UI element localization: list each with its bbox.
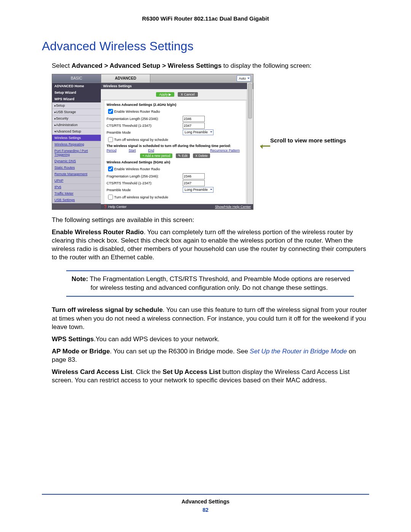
footer-section: Advanced Settings	[42, 498, 369, 505]
router-screenshot: BASIC ADVANCED Auto ADVANCED Home Setup …	[52, 74, 253, 210]
sidebar-usb[interactable]: USB Storage	[52, 109, 101, 115]
tab-advanced[interactable]: ADVANCED	[101, 74, 150, 83]
frag-24-input[interactable]	[183, 116, 205, 122]
sidebar-security[interactable]: Security	[52, 115, 101, 122]
note-text: The Fragmentation Length, CTS/RTS Thresh…	[88, 275, 350, 291]
sidebar-upnp[interactable]: UPnP	[52, 177, 101, 184]
cts-24-input[interactable]	[183, 123, 205, 129]
wps-text: .You can add WPS devices to your network…	[94, 335, 220, 343]
page-header: R6300 WiFi Router 802.11ac Dual Band Gig…	[42, 15, 369, 22]
heading-24ghz: Wireless Advanced Settings (2.4GHz b/g/n…	[107, 103, 244, 107]
acl-bold: Wireless Card Access List	[52, 368, 132, 375]
sched-header: Period Start End Recurrence Pattern	[107, 149, 244, 152]
sidebar-ddns[interactable]: Dynamic DNS	[52, 158, 101, 165]
page-footer: Advanced Settings 82	[42, 494, 369, 513]
sched-5-checkbox[interactable]	[108, 195, 113, 200]
acl-bold2: Set Up Access List	[162, 368, 220, 375]
cancel-button[interactable]: X Cancel	[178, 92, 198, 97]
help-footer: ❓ Help Center Show/Hide Help Center	[101, 204, 253, 209]
intro-suffix: to display the following screen:	[221, 62, 311, 69]
sidebar-setup-wizard[interactable]: Setup Wizard	[52, 89, 101, 96]
para-ap-mode: AP Mode or Bridge. You can set up the R6…	[52, 347, 369, 364]
intro-path: Advanced > Advanced Setup > Wireless Set…	[72, 62, 221, 69]
callout-arrow-icon	[260, 145, 270, 147]
heading-5ghz: Wireless Advanced Settings (5GHz a/n)	[107, 160, 244, 164]
show-hide-help-link[interactable]: Show/Hide Help Center	[215, 205, 251, 209]
page-title: Advanced Wireless Settings	[42, 39, 369, 53]
intro-line: Select Advanced > Advanced Setup > Wirel…	[52, 62, 369, 70]
sidebar-wps-wizard[interactable]: WPS Wizard	[52, 96, 101, 102]
sidebar-wireless-settings[interactable]: Wireless Settings	[52, 135, 101, 141]
sidebar-usb-settings[interactable]: USB Settings	[52, 197, 101, 203]
col-recurrence: Recurrence Pattern	[210, 149, 240, 152]
preamble-5-label: Preamble Mode	[107, 188, 183, 192]
sidebar-advanced-home[interactable]: ADVANCED Home	[52, 83, 101, 89]
preamble-5-dropdown[interactable]: Long Preamble	[183, 187, 213, 193]
schedule-bold: Turn off wireless signal by schedule	[52, 306, 163, 313]
add-period-button[interactable]: + Add a new period	[140, 153, 172, 158]
frag-24-label: Fragmentation Length (256-2346):	[107, 117, 183, 121]
main-panel: Wireless Settings Apply ▶ X Cancel Wirel…	[101, 83, 253, 209]
scrollbar[interactable]	[247, 83, 253, 204]
frag-5-label: Fragmentation Length (256-2346):	[107, 174, 183, 178]
sidebar-advanced-setup[interactable]: Advanced Setup	[52, 128, 101, 135]
para-access-list: Wireless Card Access List. Click the Set…	[52, 368, 369, 385]
cts-5-input[interactable]	[183, 180, 205, 186]
tab-bar: BASIC ADVANCED Auto	[52, 74, 253, 83]
intro-prefix: Select	[52, 62, 72, 69]
para-schedule: Turn off wireless signal by schedule. Yo…	[52, 306, 369, 331]
settings-intro: The following settings are available in …	[52, 216, 369, 224]
cts-24-label: CTS/RTS Threshold (1-2347):	[107, 124, 183, 128]
sidebar-remote-mgmt[interactable]: Remote Management	[52, 171, 101, 177]
preamble-24-label: Preamble Mode	[107, 131, 183, 134]
para-wps: WPS Settings.You can add WPS devices to …	[52, 335, 369, 343]
sidebar-traffic[interactable]: Traffic Meter	[52, 190, 101, 197]
bridge-mode-link[interactable]: Set Up the Router in Bridge Mode	[250, 348, 347, 355]
enable-radio-24-checkbox[interactable]	[108, 109, 113, 114]
sched-5-label: Turn off wireless signal by schedule	[114, 195, 168, 199]
frag-5-input[interactable]	[183, 173, 205, 179]
enable-radio-5-label: Enable Wireless Router Radio	[114, 167, 160, 171]
callout-text: Scroll to view more settings	[270, 137, 346, 144]
acl-mid: . Click the	[132, 368, 162, 375]
ap-bold: AP Mode or Bridge	[52, 348, 110, 355]
scrollbar-thumb[interactable]	[248, 83, 252, 118]
sched-24-checkbox[interactable]	[108, 137, 113, 142]
wps-bold: WPS Settings	[52, 335, 94, 343]
sidebar: ADVANCED Home Setup Wizard WPS Wizard Se…	[52, 83, 101, 209]
help-center-link[interactable]: ❓ Help Center	[103, 205, 127, 209]
col-period: Period	[107, 149, 116, 152]
enable-radio-bold: Enable Wireless Router Radio	[52, 228, 144, 236]
enable-radio-24-label: Enable Wireless Router Radio	[114, 110, 160, 113]
sched-msg: The wireless signal is scheduled to turn…	[107, 144, 244, 148]
sidebar-wireless-repeating[interactable]: Wireless Repeating	[52, 141, 101, 148]
preamble-24-dropdown[interactable]: Long Preamble	[183, 129, 213, 135]
edit-period-button[interactable]: ✎ Edit	[176, 153, 190, 158]
note-box: Note: The Fragmentation Length, CTS/RTS …	[66, 270, 354, 297]
col-end: End	[148, 149, 154, 152]
para-enable-radio: Enable Wireless Router Radio. You can co…	[52, 228, 369, 262]
tab-basic[interactable]: BASIC	[52, 74, 101, 83]
cts-5-label: CTS/RTS Threshold (1-2347):	[107, 181, 183, 185]
sidebar-setup[interactable]: Setup	[52, 102, 101, 109]
sidebar-port-fwd[interactable]: Port Forwarding / Port Triggering	[52, 148, 101, 158]
footer-page-number: 82	[42, 507, 369, 513]
panel-24ghz: Wireless Advanced Settings (2.4GHz b/g/n…	[104, 100, 246, 204]
ap-mid: . You can set up the R6300 in Bridge mod…	[110, 348, 250, 355]
auto-dropdown[interactable]: Auto	[237, 75, 251, 81]
delete-period-button[interactable]: X Delete	[193, 153, 210, 158]
note-label: Note:	[72, 275, 88, 283]
sidebar-administration[interactable]: Administration	[52, 122, 101, 128]
sched-24-label: Turn off wireless signal by schedule	[114, 138, 168, 142]
sidebar-static-routes[interactable]: Static Routes	[52, 165, 101, 171]
col-start: Start	[129, 149, 136, 152]
sidebar-ipv6[interactable]: IPv6	[52, 184, 101, 190]
apply-button[interactable]: Apply ▶	[156, 92, 174, 97]
main-title: Wireless Settings	[101, 83, 253, 89]
enable-radio-5-checkbox[interactable]	[108, 166, 113, 171]
